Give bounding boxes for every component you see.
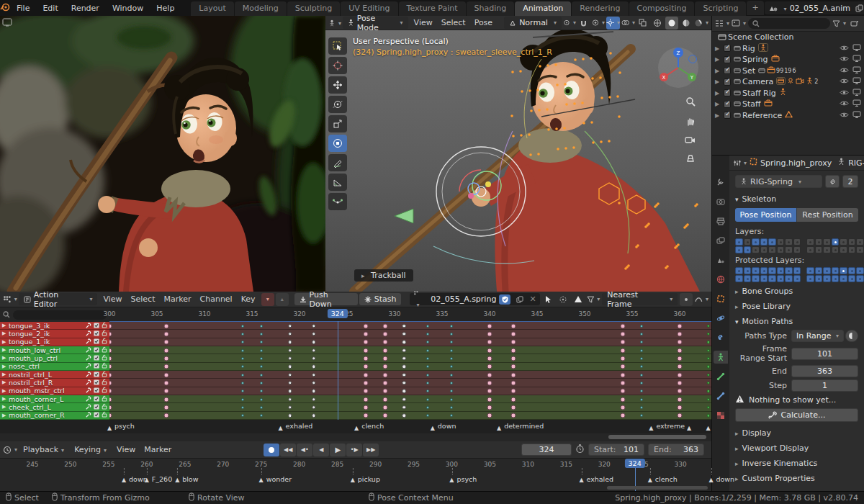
layer-toggle[interactable] <box>744 246 752 253</box>
keyframe-keyframe[interactable] <box>288 348 292 353</box>
tool-scale[interactable] <box>328 115 347 132</box>
channel-expand-icon[interactable]: ▶ <box>2 364 9 369</box>
keyframe-extreme[interactable] <box>364 372 369 377</box>
paths-type-dropdown[interactable]: In Range <box>791 330 844 342</box>
current-frame-badge[interactable]: 324 <box>328 309 348 318</box>
keyframe-extreme[interactable] <box>620 348 625 353</box>
layer-toggle[interactable] <box>752 238 760 246</box>
keyframe-extreme[interactable] <box>487 340 492 345</box>
hide-eye-icon[interactable] <box>840 55 849 64</box>
keyframe-breakdown[interactable] <box>260 406 263 409</box>
properties-tab-scene[interactable] <box>714 253 728 266</box>
timeline-marker-down[interactable] <box>708 474 713 484</box>
keyframe-breakdown[interactable] <box>640 398 643 401</box>
workspace-tab-compositing[interactable]: Compositing <box>629 1 695 16</box>
keyframe-keyframe[interactable] <box>288 332 292 336</box>
layer-toggle[interactable] <box>735 246 743 253</box>
layer-toggle[interactable] <box>832 246 840 253</box>
keyframe-breakdown[interactable] <box>640 374 643 377</box>
keyframe-extreme[interactable] <box>678 397 683 402</box>
keyframe-breakdown[interactable] <box>260 374 263 377</box>
layer-toggle[interactable] <box>823 246 831 253</box>
frame-range-start-input[interactable]: 101 <box>791 348 858 360</box>
keyframe-extreme[interactable] <box>511 340 516 345</box>
keyframe-extreme[interactable] <box>511 397 516 402</box>
keyframe-row-nostril_ctrl_L[interactable] <box>109 371 711 379</box>
channel-lock-icon[interactable] <box>102 362 107 370</box>
protected-layer-toggle[interactable] <box>840 267 847 274</box>
expand-arrow-icon[interactable]: ▶ <box>715 112 724 119</box>
properties-tab-object-data[interactable] <box>714 351 728 364</box>
channel-lock-icon[interactable] <box>102 379 107 387</box>
new-scene-button[interactable] <box>853 1 864 14</box>
keyframe-breakdown[interactable] <box>241 333 244 336</box>
keyframe-jitter[interactable] <box>706 357 710 361</box>
layer-toggle[interactable] <box>793 246 801 253</box>
keyframe-extreme[interactable] <box>164 323 169 328</box>
keyframe-extreme[interactable] <box>382 323 387 328</box>
marker-exhaled[interactable] <box>279 424 283 431</box>
properties-tab-render[interactable] <box>714 195 728 208</box>
keyframe-extreme[interactable] <box>164 389 169 394</box>
dope-menu-channel[interactable]: Channel <box>196 294 237 304</box>
operator-panel-trackball[interactable]: Trackball <box>354 269 413 282</box>
keyframe-keyframe[interactable] <box>288 381 292 385</box>
outliner-search-input[interactable] <box>748 18 830 29</box>
modifier-wrench-icon[interactable] <box>86 371 91 379</box>
keyframe-extreme[interactable] <box>364 323 369 328</box>
channel-search[interactable] <box>0 308 109 321</box>
keyframe-keyframe[interactable] <box>402 365 406 369</box>
keyframe-jitter[interactable] <box>706 397 710 401</box>
modifier-wrench-icon[interactable] <box>86 362 91 370</box>
channel-expand-icon[interactable]: ▶ <box>2 355 9 361</box>
channel-enable-checkbox[interactable] <box>94 346 99 354</box>
keyframe-extreme[interactable] <box>109 331 112 336</box>
protected-layer-toggle[interactable] <box>768 275 776 282</box>
collection-checkbox[interactable] <box>724 78 731 86</box>
keyframe-breakdown[interactable] <box>260 325 263 328</box>
protected-layer-toggle[interactable] <box>832 267 840 274</box>
keyframe-extreme[interactable] <box>164 331 169 336</box>
pan-hand-icon[interactable] <box>685 116 696 128</box>
shading-solid-button[interactable] <box>665 17 678 30</box>
keyframe-extreme[interactable] <box>487 380 492 385</box>
layer-toggle[interactable] <box>848 238 856 246</box>
keyframe-extreme[interactable] <box>678 356 683 361</box>
breadcrumb-object-name[interactable]: Spring.high_proxy <box>760 158 832 168</box>
keyframe-extreme[interactable] <box>620 389 625 394</box>
keyframe-breakdown[interactable] <box>426 382 429 384</box>
keyframe-jitter[interactable] <box>706 382 710 385</box>
layer-toggle[interactable] <box>832 238 840 246</box>
keyframe-extreme[interactable] <box>620 331 625 336</box>
marker-unnamed[interactable] <box>706 424 711 431</box>
keyframe-extreme[interactable] <box>364 340 369 345</box>
channel-expand-icon[interactable]: ▶ <box>2 347 9 353</box>
layer-toggle[interactable] <box>815 246 823 253</box>
tool-breakdowner[interactable] <box>328 193 347 210</box>
keyframe-extreme[interactable] <box>678 348 683 353</box>
keyframe-extreme[interactable] <box>511 356 516 361</box>
protected-layer-toggle[interactable] <box>777 267 785 274</box>
keyframe-extreme[interactable] <box>364 413 369 418</box>
keyframe-jitter[interactable] <box>706 390 710 393</box>
protected-layer-toggle[interactable] <box>823 275 831 282</box>
keyframe-extreme[interactable] <box>487 413 492 418</box>
keyframe-keyframe[interactable] <box>402 348 406 353</box>
panel-inverse-kinematics[interactable]: Inverse Kinematics <box>735 456 858 470</box>
channel-nostril_ctrl_R[interactable]: ▶nostril_ctrl_R <box>0 379 109 387</box>
keyframe-keyframe[interactable] <box>288 356 292 361</box>
collection-checkbox[interactable] <box>724 56 731 63</box>
push-down-button[interactable]: Push Down <box>294 293 358 305</box>
keyframe-keyframe[interactable] <box>288 414 292 418</box>
viewport-menu-select[interactable]: Select <box>437 18 470 27</box>
viewport-menu-view[interactable]: View <box>410 18 437 27</box>
collection-checkbox[interactable] <box>724 112 731 119</box>
layer-toggle[interactable] <box>752 246 760 253</box>
keyframe-extreme[interactable] <box>164 413 169 418</box>
editor-type-button[interactable] <box>328 17 341 30</box>
channel-mouth_up_ctrl[interactable]: ▶mouth_up_ctrl <box>0 354 109 362</box>
layer-toggle[interactable] <box>785 246 793 253</box>
keyframe-keyframe[interactable] <box>402 332 406 336</box>
channel-tongue_1_ik[interactable]: ▶tongue_1_ik <box>0 338 109 346</box>
keyframe-breakdown[interactable] <box>241 349 244 352</box>
